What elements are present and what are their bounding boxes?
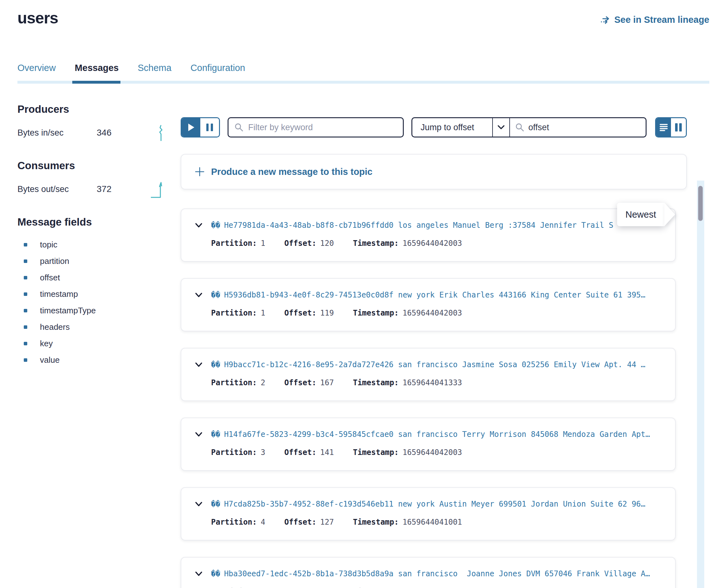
tab-overview[interactable]: Overview [17,63,56,73]
produce-message-button[interactable]: Produce a new message to this topic [181,154,687,189]
bytes-in-sparkline [157,124,165,142]
offset-field: Offset:167 [284,378,334,387]
tab-schema[interactable]: Schema [138,63,171,73]
scrollbar-thumb[interactable] [698,186,703,221]
binary-glyphs: �� [211,360,220,369]
message-row[interactable]: ��H7cda825b-35b7-4952-88ef-c193d546eb11 … [181,487,676,541]
bytes-out-stat: Bytes out/sec 372 [17,180,181,198]
message-row[interactable]: ��H14fa67fe-5823-4299-b3c4-595845cfcae0 … [181,418,676,471]
message-field-item[interactable]: offset [17,269,181,286]
topic-page: users See in Stream lineage Overview Mes… [0,0,722,588]
expand-chevron-icon[interactable] [194,220,204,230]
expand-chevron-icon[interactable] [194,499,204,509]
message-key-preview: ��H14fa67fe-5823-4299-b3c4-595845cfcae0 … [211,430,662,439]
offset-field: Offset:120 [284,239,334,248]
message-field-item[interactable]: timestampType [17,302,181,319]
partition-field: Partition:3 [211,448,265,457]
field-bullet-icon [24,292,27,296]
play-pause-toggle [181,117,220,138]
expand-chevron-icon[interactable] [194,429,204,439]
message-key-preview: ��Hba30eed7-1edc-452b-8b1a-738d3b5d8a9a … [211,569,662,578]
play-button[interactable] [182,118,200,136]
page-header: users See in Stream lineage [0,0,722,27]
messages-toolbar: Jump to offset [181,117,687,138]
message-field-item[interactable]: headers [17,319,181,335]
message-key-preview: ��H7cda825b-35b7-4952-88ef-c193d546eb11 … [211,500,662,508]
binary-glyphs: �� [211,221,220,230]
message-key-text: H9bacc71c-b12c-4216-8e95-2a7da727e426 sa… [224,360,645,369]
message-key-text: H5936db81-b943-4e0f-8c29-74513e0c0d8f ne… [224,291,645,299]
offset-search [510,118,646,136]
message-field-item[interactable]: value [17,352,181,368]
select-chevron-button[interactable] [493,118,509,136]
binary-glyphs: �� [211,430,220,439]
message-key-text: H14fa67fe-5823-4299-b3c4-595845cfcae0 sa… [224,430,650,439]
message-row[interactable]: ��H5936db81-b943-4e0f-8c29-74513e0c0d8f … [181,278,676,331]
active-tab-indicator [72,81,120,84]
search-icon [515,123,524,132]
column-view-button[interactable] [671,118,686,136]
jump-to-offset-control: Jump to offset [411,117,646,138]
field-label: timestamp [40,289,78,299]
partition-field: Partition:2 [211,378,265,387]
field-label: key [40,339,53,349]
scrollbar-track[interactable] [697,181,704,588]
field-bullet-icon [24,358,27,362]
message-row[interactable]: ��H9bacc71c-b12c-4216-8e95-2a7da727e426 … [181,348,676,401]
tab-underline-track [17,81,709,84]
tab-bar: Overview Messages Schema Configuration [0,63,722,84]
timestamp-field: Timestamp:1659644042003 [353,448,462,457]
expand-chevron-icon[interactable] [194,569,204,579]
tab-messages[interactable]: Messages [75,63,119,73]
message-field-item[interactable]: timestamp [17,286,181,302]
field-bullet-icon [24,326,27,329]
message-meta: Partition:3 Offset:141 Timestamp:1659644… [211,448,662,457]
column-view-icon [675,123,682,131]
list-view-button[interactable] [656,118,671,136]
message-key-preview: ��He77981da-4a43-48ab-b8f8-cb71b96ffdd0 … [211,221,662,230]
bytes-out-label: Bytes out/sec [17,184,97,194]
expand-chevron-icon[interactable] [194,290,204,300]
tab-configuration[interactable]: Configuration [190,63,245,73]
bytes-in-stat: Bytes in/sec 346 [17,124,181,142]
message-meta: Partition:2 Offset:167 Timestamp:1659644… [211,378,662,387]
timestamp-field: Timestamp:1659644042003 [353,239,462,248]
play-icon [188,123,194,131]
message-key-preview: ��H9bacc71c-b12c-4216-8e95-2a7da727e426 … [211,360,662,369]
message-field-item[interactable]: key [17,335,181,352]
offset-input[interactable] [528,123,641,132]
chevron-down-icon [497,125,505,130]
offset-field: Offset:127 [284,518,334,527]
view-mode-toggle [655,117,687,138]
timestamp-field: Timestamp:1659644041001 [353,518,462,527]
bytes-out-sparkline [150,180,165,198]
field-bullet-icon [24,243,27,247]
field-label: value [40,355,60,365]
field-bullet-icon [24,276,27,279]
message-fields-list: topic partition offset timestamp [17,236,181,368]
binary-glyphs: �� [211,569,220,578]
message-key-preview: ��H5936db81-b943-4e0f-8c29-74513e0c0d8f … [211,291,662,299]
binary-glyphs: �� [211,500,220,508]
field-label: topic [40,240,57,250]
filter-input[interactable] [248,123,397,132]
jump-to-offset-select[interactable]: Jump to offset [412,118,492,136]
bytes-in-label: Bytes in/sec [17,128,97,138]
message-row[interactable]: ��He77981da-4a43-48ab-b8f8-cb71b96ffdd0 … [181,208,676,262]
bytes-out-value: 372 [97,184,111,194]
expand-chevron-icon[interactable] [194,360,204,370]
pause-button[interactable] [200,118,219,136]
message-row[interactable]: ��Hba30eed7-1edc-452b-8b1a-738d3b5d8a9a … [181,557,676,588]
field-bullet-icon [24,259,27,263]
produce-message-label: Produce a new message to this topic [211,167,372,177]
stream-lineage-icon [600,15,611,25]
keyword-filter [228,117,404,138]
topic-sidebar: Producers Bytes in/sec 346 Consumers Byt… [0,103,181,588]
message-field-item[interactable]: partition [17,253,181,269]
message-field-item[interactable]: topic [17,236,181,253]
timestamp-field: Timestamp:1659644041333 [353,378,462,387]
stream-lineage-link[interactable]: See in Stream lineage [600,15,709,25]
offset-field: Offset:141 [284,448,334,457]
field-label: timestampType [40,306,96,316]
binary-glyphs: �� [211,291,220,299]
